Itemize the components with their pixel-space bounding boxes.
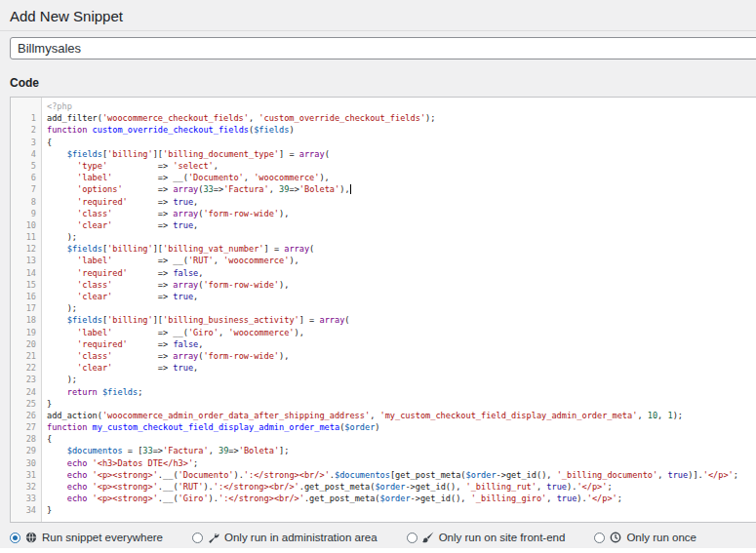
code-line-text: ); — [41, 374, 77, 385]
line-number: 19 — [11, 327, 41, 338]
line-number: 30 — [11, 457, 41, 469]
code-line-text: 'label' => __('Documento', 'woocommerce'… — [41, 172, 330, 183]
line-number: 9 — [11, 208, 41, 219]
line-number: 11 — [11, 231, 41, 243]
code-line: 19 'label' => __('Giro', 'woocommerce'), — [11, 327, 756, 338]
code-line-text: 'label' => __('Giro', 'woocommerce'), — [41, 327, 304, 338]
code-line: 5 'type' => 'select', — [11, 160, 756, 172]
code-line: 27function my_custom_checkout_field_disp… — [11, 421, 756, 433]
text-cursor — [350, 184, 351, 194]
code-line: <?php — [11, 100, 756, 112]
snippet-scope-options: Run snippet everywhereOnly run in admini… — [10, 531, 756, 544]
clock-icon — [610, 532, 621, 543]
code-line: 15 'class' => array('form-row-wide'), — [11, 279, 756, 291]
line-number — [11, 100, 41, 112]
line-number: 23 — [11, 374, 41, 385]
code-line: 30 echo '<h3>Datos DTE</h3>'; — [11, 457, 756, 469]
code-lines: <?php1add_filter('woocommerce_checkout_f… — [11, 100, 756, 517]
code-line: 10 'clear' => true, — [11, 219, 756, 231]
scope-option-label: Only run once — [626, 531, 696, 544]
radio-unselected[interactable] — [192, 533, 203, 543]
scope-option-run-snippet-everywhere[interactable]: Run snippet everywhere — [10, 531, 163, 544]
line-number: 26 — [11, 410, 41, 421]
code-line-text: 'options' => array(33=>'Factura', 39=>'B… — [41, 183, 351, 195]
code-line: 31 echo '<p><strong>'.__('Documento').':… — [11, 469, 756, 481]
code-line: 17 ); — [11, 302, 756, 314]
code-line-text: function custom_override_checkout_fields… — [41, 124, 295, 136]
code-line: 23 ); — [11, 374, 756, 385]
line-number: 6 — [11, 172, 41, 183]
code-line-text: ); — [41, 302, 77, 314]
code-line: 1add_filter('woocommerce_checkout_fields… — [11, 112, 756, 124]
code-line-text: <?php — [41, 100, 72, 112]
code-line: 8 'required' => true, — [11, 196, 756, 208]
line-number: 13 — [11, 255, 41, 266]
scope-option-only-run-once[interactable]: Only run once — [594, 531, 696, 544]
scope-option-only-run-in-administration-area[interactable]: Only run in administration area — [192, 531, 378, 544]
code-line-text: 'class' => array('form-row-wide'), — [41, 350, 289, 362]
code-line: 32 echo '<p><strong>'.__('RUT').':</stro… — [11, 481, 756, 493]
code-line-text: 'required' => true, — [41, 196, 198, 208]
code-line-text: 'clear' => true, — [41, 362, 198, 374]
code-line-text: $fields['billing']['billing_business_act… — [41, 314, 350, 326]
code-line: 18 $fields['billing']['billing_business_… — [11, 314, 756, 326]
scope-option-only-run-on-site-front-end[interactable]: Only run on site front-end — [407, 531, 566, 544]
line-number: 28 — [11, 433, 41, 445]
line-number: 12 — [11, 243, 41, 255]
line-number: 14 — [11, 267, 41, 279]
brush-icon — [422, 532, 434, 543]
code-line: 3{ — [11, 137, 756, 148]
code-line-text: 'clear' => true, — [41, 219, 198, 231]
line-number: 21 — [11, 350, 41, 362]
code-line: 12 $fields['billing']['billing_vat_numbe… — [11, 243, 756, 255]
line-number: 27 — [11, 421, 41, 433]
code-section-label: Code — [10, 76, 756, 90]
line-number: 22 — [11, 362, 41, 374]
code-line: 2function custom_override_checkout_field… — [11, 124, 756, 136]
code-line-text: return $fields; — [41, 386, 142, 398]
line-number: 32 — [11, 481, 41, 493]
code-line-text: 'class' => array('form-row-wide'), — [41, 279, 289, 291]
code-line-text: echo '<p><strong>'.__('Giro').':</strong… — [41, 493, 622, 504]
radio-unselected[interactable] — [594, 533, 605, 543]
add-new-snippet-page: Add New Snippet Code <?php1add_filter('w… — [0, 0, 756, 553]
page-title: Add New Snippet — [0, 0, 756, 31]
code-line-text: $fields['billing']['billing_document_typ… — [41, 148, 330, 160]
line-number: 4 — [11, 148, 41, 160]
code-line-text: { — [41, 433, 52, 445]
radio-selected[interactable] — [10, 533, 20, 543]
line-number: 17 — [11, 302, 41, 314]
line-number: 1 — [11, 112, 41, 124]
code-line-text: 'required' => false, — [41, 338, 203, 350]
line-number: 16 — [11, 291, 41, 302]
line-number: 10 — [11, 219, 41, 231]
code-line-text: $fields['billing']['billing_vat_number']… — [41, 243, 314, 255]
code-line-text: 'type' => 'select', — [41, 160, 219, 172]
bottom-divider — [0, 548, 756, 553]
radio-unselected[interactable] — [407, 533, 418, 543]
code-line-text: ); — [41, 231, 77, 243]
code-line-text: 'clear' => true, — [41, 291, 198, 302]
line-number: 18 — [11, 314, 41, 326]
line-number: 2 — [11, 124, 41, 136]
globe-icon — [25, 532, 37, 543]
code-line-text: echo '<p><strong>'.__('RUT').':</strong>… — [41, 481, 613, 493]
code-line-text: function my_custom_checkout_field_displa… — [41, 421, 380, 433]
code-line: 7 'options' => array(33=>'Factura', 39=>… — [11, 183, 756, 195]
code-line: 20 'required' => false, — [11, 338, 756, 350]
code-line-text: 'label' => __('RUT', 'woocommerce'), — [41, 255, 299, 266]
line-number: 34 — [11, 504, 41, 516]
line-number: 7 — [11, 183, 41, 195]
line-number: 25 — [11, 398, 41, 410]
code-line-text: $documentos = [33=>'Factura', 39=>'Bolet… — [41, 445, 289, 456]
code-line-text: 'class' => array('form-row-wide'), — [41, 208, 289, 219]
code-line: 33 echo '<p><strong>'.__('Giro').':</str… — [11, 493, 756, 504]
code-line: 4 $fields['billing']['billing_document_t… — [11, 148, 756, 160]
code-line: 25} — [11, 398, 756, 410]
code-line: 34} — [11, 504, 756, 516]
code-editor[interactable]: <?php1add_filter('woocommerce_checkout_f… — [10, 97, 756, 523]
line-number: 31 — [11, 469, 41, 481]
snippet-title-input[interactable] — [10, 37, 756, 59]
code-line-text: echo '<p><strong>'.__('Documento').':</s… — [41, 469, 738, 481]
code-line: 29 $documentos = [33=>'Factura', 39=>'Bo… — [11, 445, 756, 456]
